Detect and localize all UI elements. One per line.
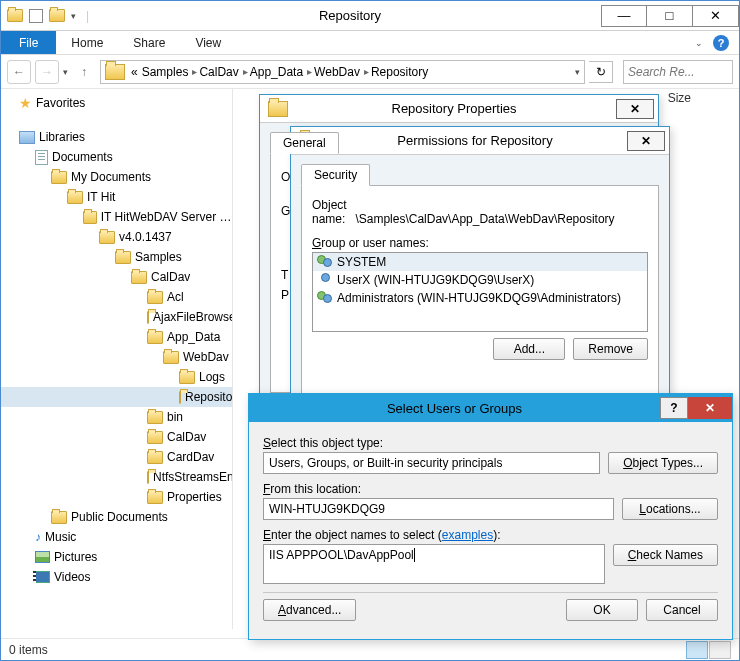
tree-item[interactable]: Properties xyxy=(167,490,222,504)
tree-item[interactable]: CardDav xyxy=(167,450,214,464)
tree-item-selected[interactable]: Repository xyxy=(185,390,233,404)
qat-dropdown-icon[interactable]: ▾ xyxy=(71,11,76,21)
object-types-button[interactable]: Object Types... xyxy=(608,452,718,474)
enter-names-label: nter the object names to select ( xyxy=(271,528,442,542)
history-dropdown-icon[interactable]: ▾ xyxy=(63,67,68,77)
qat-open-icon[interactable] xyxy=(49,9,65,22)
crumb[interactable]: WebDav xyxy=(314,65,360,79)
tree-videos[interactable]: Videos xyxy=(54,570,90,584)
close-button[interactable]: ✕ xyxy=(693,5,739,27)
tree-item[interactable]: WebDav xyxy=(183,350,229,364)
music-icon: ♪ xyxy=(35,530,41,544)
folder-icon xyxy=(147,491,163,504)
object-name-value: \Samples\CalDav\App_Data\WebDav\Reposito… xyxy=(355,212,614,226)
tree-music[interactable]: Music xyxy=(45,530,76,544)
select-users-dialog: Select Users or Groups ? ✕ Select this o… xyxy=(248,393,733,640)
qat-properties-icon[interactable] xyxy=(29,9,43,23)
folder-icon xyxy=(147,331,163,344)
permissions-tab-security[interactable]: Security xyxy=(301,164,370,186)
locations-button[interactable]: Locations... xyxy=(622,498,718,520)
minimize-button[interactable]: — xyxy=(601,5,647,27)
object-names-input[interactable]: IIS APPPOOL\DavAppPool xyxy=(263,544,605,584)
file-tab[interactable]: File xyxy=(1,31,56,54)
address-bar[interactable]: « Samples ▸ CalDav ▸ App_Data ▸ WebDav ▸… xyxy=(100,60,585,84)
properties-close-button[interactable]: ✕ xyxy=(616,99,654,119)
tree-item[interactable]: v4.0.1437 xyxy=(119,230,172,244)
navigation-tree[interactable]: ★Favorites Libraries Documents My Docume… xyxy=(1,89,233,629)
back-button[interactable]: ← xyxy=(7,60,31,84)
tree-item[interactable]: NtfsStreamsEngine xyxy=(153,470,232,484)
crumb[interactable]: CalDav xyxy=(199,65,238,79)
remove-button[interactable]: Remove xyxy=(573,338,648,360)
select-users-help-button[interactable]: ? xyxy=(660,397,688,419)
crumb[interactable]: Repository xyxy=(371,65,428,79)
user-list[interactable]: SYSTEM UserX (WIN-HTUJG9KDQG9\UserX) Adm… xyxy=(312,252,648,332)
advanced-button[interactable]: Advanced... xyxy=(263,599,356,621)
cancel-button[interactable]: Cancel xyxy=(646,599,718,621)
videos-icon xyxy=(35,571,50,583)
tree-item[interactable]: Acl xyxy=(167,290,184,304)
tab-share[interactable]: Share xyxy=(118,31,180,54)
tree-item[interactable]: Logs xyxy=(199,370,225,384)
view-details-button[interactable] xyxy=(686,641,708,659)
user-list-item[interactable]: SYSTEM xyxy=(337,255,386,269)
tree-libraries[interactable]: Libraries xyxy=(39,130,85,144)
location-folder-icon xyxy=(105,64,125,80)
tree-item[interactable]: My Documents xyxy=(71,170,151,184)
tree-item[interactable]: IT Hit xyxy=(87,190,115,204)
tree-favorites[interactable]: Favorites xyxy=(36,96,85,110)
up-button[interactable]: ↑ xyxy=(72,60,96,84)
tree-item[interactable]: CalDav xyxy=(167,430,206,444)
refresh-button[interactable]: ↻ xyxy=(589,61,613,83)
ok-button[interactable]: OK xyxy=(566,599,638,621)
tree-item[interactable]: IT HitWebDAV Server Engine xyxy=(101,210,232,224)
ribbon: File Home Share View ⌄ ? xyxy=(1,31,739,55)
tree-item[interactable]: App_Data xyxy=(167,330,220,344)
column-header-size[interactable]: Size xyxy=(668,91,691,105)
folder-icon xyxy=(99,231,115,244)
tree-pictures[interactable]: Pictures xyxy=(54,550,97,564)
dialog-folder-icon xyxy=(268,101,288,117)
user-list-item[interactable]: Administrators (WIN-HTUJG9KDQG9\Administ… xyxy=(337,291,621,305)
check-names-button[interactable]: Check Names xyxy=(613,544,718,566)
maximize-button[interactable]: □ xyxy=(647,5,693,27)
folder-icon xyxy=(147,431,163,444)
add-button[interactable]: Add... xyxy=(493,338,565,360)
tree-item[interactable]: bin xyxy=(167,410,183,424)
user-list-item[interactable]: UserX (WIN-HTUJG9KDQG9\UserX) xyxy=(337,273,534,287)
properties-tab-general[interactable]: General xyxy=(270,132,339,154)
group-icon xyxy=(317,255,333,269)
crumb[interactable]: App_Data xyxy=(250,65,303,79)
view-icons-button[interactable] xyxy=(709,641,731,659)
tree-item[interactable]: Documents xyxy=(52,150,113,164)
folder-icon xyxy=(51,511,67,524)
navigation-bar: ← → ▾ ↑ « Samples ▸ CalDav ▸ App_Data ▸ … xyxy=(1,55,739,89)
documents-icon xyxy=(35,150,48,165)
tree-public-docs[interactable]: Public Documents xyxy=(71,510,168,524)
search-input[interactable]: Search Re... xyxy=(623,60,733,84)
select-users-title: Select Users or Groups xyxy=(249,401,660,416)
address-dropdown-icon[interactable]: ▾ xyxy=(575,67,580,77)
status-bar: 0 items xyxy=(1,638,739,660)
select-users-close-button[interactable]: ✕ xyxy=(688,397,732,419)
quick-access-toolbar: ▾ | xyxy=(1,9,99,23)
help-icon[interactable]: ? xyxy=(713,35,729,51)
crumb[interactable]: Samples xyxy=(142,65,189,79)
tree-item[interactable]: Samples xyxy=(135,250,182,264)
folder-icon xyxy=(67,191,83,204)
permissions-close-button[interactable]: ✕ xyxy=(627,131,665,151)
tab-view[interactable]: View xyxy=(180,31,236,54)
ribbon-expand-icon[interactable]: ⌄ xyxy=(695,38,703,48)
object-type-field: Users, Groups, or Built-in security prin… xyxy=(263,452,600,474)
folder-icon xyxy=(147,411,163,424)
tab-home[interactable]: Home xyxy=(56,31,118,54)
tree-item[interactable]: AjaxFileBrowser xyxy=(153,310,232,324)
folder-icon xyxy=(83,211,97,224)
object-type-label: elect this object type: xyxy=(271,436,383,450)
examples-link[interactable]: examples xyxy=(442,528,493,542)
status-item-count: 0 items xyxy=(9,643,48,657)
title-bar: ▾ | Repository — □ ✕ xyxy=(1,1,739,31)
forward-button[interactable]: → xyxy=(35,60,59,84)
tree-item[interactable]: CalDav xyxy=(151,270,190,284)
folder-icon xyxy=(147,291,163,304)
